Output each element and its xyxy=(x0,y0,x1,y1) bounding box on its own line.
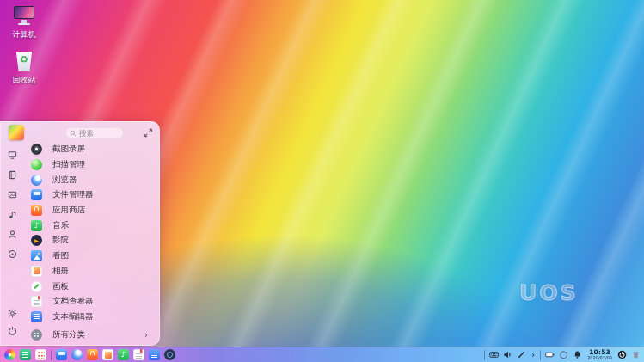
app-item-document-viewer[interactable]: 文档查看器 xyxy=(24,294,156,310)
notification-bell-icon[interactable] xyxy=(573,350,582,359)
document-viewer-icon[interactable] xyxy=(133,349,144,360)
app-item-scanner-manager[interactable]: 扫描管理 xyxy=(24,157,156,173)
music-icon[interactable] xyxy=(118,349,129,360)
games-category-icon[interactable] xyxy=(8,249,17,259)
app-label: 应用商店 xyxy=(52,205,85,216)
app-item-movie[interactable]: 影院 xyxy=(24,233,156,248)
app-item-file-manager[interactable]: 文件管理器 xyxy=(24,187,156,203)
music-icon xyxy=(31,220,42,231)
app-grid-icon[interactable] xyxy=(35,349,46,360)
app-label: 扫描管理 xyxy=(52,159,85,170)
pen-icon[interactable] xyxy=(517,350,526,359)
app-label: 文件管理器 xyxy=(52,189,94,200)
chevron-right-icon: › xyxy=(144,330,156,340)
image-viewer-icon xyxy=(31,250,42,261)
video-category-icon[interactable] xyxy=(8,150,17,160)
computer-icon xyxy=(13,5,35,26)
desktop-icon-recycle-bin[interactable]: ♻ 回收站 xyxy=(3,52,45,86)
screenshot-recorder-icon xyxy=(31,144,42,155)
draw-icon xyxy=(31,281,42,292)
document-viewer-icon xyxy=(31,296,42,307)
clock-time: 10:53 xyxy=(587,349,612,356)
launcher-category-sidebar xyxy=(0,147,24,341)
desktop-icon-area: 计算机 ♻ 回收站 xyxy=(3,5,45,86)
music-category-icon[interactable] xyxy=(8,210,17,219)
all-categories-icon xyxy=(31,329,42,341)
clock[interactable]: 10:53 2020/07/08 xyxy=(586,349,613,361)
recycle-bin-icon: ♻ xyxy=(15,52,33,71)
clock-date: 2020/07/08 xyxy=(587,356,612,360)
dock-separator xyxy=(51,350,52,360)
album-icon[interactable] xyxy=(102,349,113,360)
trash-icon[interactable] xyxy=(631,350,641,359)
tray-separator xyxy=(540,350,541,360)
app-item-screenshot-recorder[interactable]: 截图录屏 xyxy=(24,142,156,157)
taskbar: › 10:53 2020/07/08 xyxy=(0,347,644,362)
app-label: 画板 xyxy=(52,281,69,292)
launcher-app-list: 截图录屏 扫描管理 浏览器 文件管理器 应用商店 音乐 xyxy=(24,142,156,342)
app-item-text-editor[interactable]: 文本编辑器 xyxy=(24,310,156,325)
battery-icon[interactable] xyxy=(545,350,555,359)
app-label: 影院 xyxy=(52,235,69,246)
search-box[interactable] xyxy=(65,127,124,138)
sync-icon[interactable] xyxy=(559,350,568,359)
app-label: 截图录屏 xyxy=(52,144,85,155)
photo-category-icon[interactable] xyxy=(8,190,17,199)
app-label: 浏览器 xyxy=(52,175,77,186)
volume-icon[interactable] xyxy=(503,350,512,359)
app-label: 文档查看器 xyxy=(52,296,94,307)
desktop-icon-computer[interactable]: 计算机 xyxy=(3,5,45,40)
app-label: 看图 xyxy=(52,250,69,261)
system-tray: › 10:53 2020/07/08 xyxy=(484,349,641,361)
text-editor-icon xyxy=(31,311,42,322)
uos-watermark: UOS xyxy=(519,280,579,305)
tray-expand-chevron[interactable]: › xyxy=(531,350,536,359)
text-editor-icon[interactable] xyxy=(149,349,160,360)
launcher-header xyxy=(0,121,160,144)
album-icon xyxy=(31,266,42,277)
launcher-icon[interactable] xyxy=(4,349,15,360)
file-manager-icon xyxy=(31,189,42,200)
desktop-icon-label: 回收站 xyxy=(13,75,36,86)
app-store-icon xyxy=(31,205,42,216)
app-store-icon[interactable] xyxy=(87,349,98,360)
app-label: 相册 xyxy=(52,266,69,277)
office-category-icon[interactable] xyxy=(8,170,17,180)
desktop: UOS 计算机 ♻ 回收站 xyxy=(0,0,644,362)
file-manager-icon[interactable] xyxy=(56,349,67,360)
browser-icon[interactable] xyxy=(71,349,83,360)
all-categories-row[interactable]: 所有分类 › xyxy=(24,327,156,342)
launcher-panel: 截图录屏 扫描管理 浏览器 文件管理器 应用商店 音乐 xyxy=(0,121,160,346)
chat-category-icon[interactable] xyxy=(8,230,17,239)
scanner-manager-icon xyxy=(31,159,42,170)
app-item-app-store[interactable]: 应用商店 xyxy=(24,203,156,218)
app-item-album[interactable]: 相册 xyxy=(24,264,156,279)
tray-separator xyxy=(484,350,485,360)
launcher-logo-icon xyxy=(9,125,24,140)
keyboard-icon[interactable] xyxy=(489,350,499,359)
app-label: 音乐 xyxy=(52,220,69,231)
search-input[interactable] xyxy=(79,129,120,138)
control-center-icon[interactable] xyxy=(164,349,175,360)
app-label: 文本编辑器 xyxy=(52,311,94,322)
search-icon xyxy=(70,130,77,137)
app-item-draw[interactable]: 画板 xyxy=(24,279,156,294)
app-item-image-viewer[interactable]: 看图 xyxy=(24,248,156,264)
desktop-icon-label: 计算机 xyxy=(13,29,36,40)
expand-fullscreen-icon[interactable] xyxy=(144,128,153,138)
browser-icon xyxy=(31,175,42,186)
terminal-icon[interactable] xyxy=(20,349,31,360)
settings-gear-icon[interactable] xyxy=(8,309,17,318)
power-icon[interactable] xyxy=(617,350,627,359)
app-item-browser[interactable]: 浏览器 xyxy=(24,172,156,187)
power-icon[interactable] xyxy=(8,326,17,335)
app-item-music[interactable]: 音乐 xyxy=(24,218,156,233)
launcher-sidebar-bottom xyxy=(8,309,17,341)
app-label: 所有分类 xyxy=(52,329,85,341)
movie-icon xyxy=(31,235,42,246)
